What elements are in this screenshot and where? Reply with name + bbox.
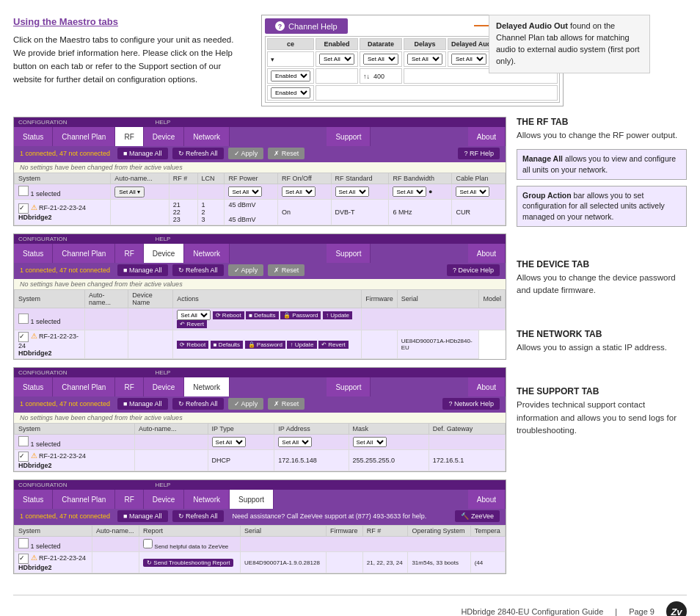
support-help-label: HELP bbox=[156, 482, 171, 488]
sup-dr1-fw bbox=[326, 552, 362, 573]
tab-rf-device[interactable]: RF bbox=[115, 244, 143, 263]
sup-helpful-check[interactable] bbox=[143, 539, 153, 548]
net-dr1-mask: 255.255.255.0 bbox=[349, 450, 429, 471]
channel-help-button[interactable]: ? Channel Help bbox=[265, 18, 348, 34]
rf-dr1-check[interactable]: ✓ bbox=[18, 203, 29, 214]
dev-dr1-revert[interactable]: ↶ Revert bbox=[318, 341, 349, 349]
tab-support-active[interactable]: Support bbox=[230, 490, 274, 509]
tab-status-support[interactable]: Status bbox=[14, 490, 53, 509]
dev-dr1-update[interactable]: ↑ Update bbox=[287, 341, 316, 349]
rf-checkbox[interactable] bbox=[18, 186, 29, 196]
network-refresh-all-btn[interactable]: ↻ Refresh All bbox=[172, 398, 224, 410]
rf-bw-select[interactable]: Set All bbox=[393, 186, 426, 197]
rf-autoname-btn[interactable]: Set All ▾ bbox=[114, 186, 145, 198]
tab-rf-support[interactable]: RF bbox=[115, 490, 143, 509]
tab-about-support[interactable]: About bbox=[468, 490, 506, 509]
dev-th-firmware: Firmware bbox=[362, 290, 398, 308]
device-refresh-all-btn[interactable]: ↻ Refresh All bbox=[172, 264, 224, 276]
rf-cable-select[interactable]: Set All bbox=[456, 186, 489, 197]
tab-about-device[interactable]: About bbox=[468, 244, 506, 263]
col-enabled: Enabled bbox=[316, 38, 358, 50]
tab-support-rf[interactable]: Support bbox=[327, 127, 371, 146]
net-iptype-select[interactable]: Set All bbox=[212, 437, 246, 447]
rf-refresh-all-btn[interactable]: ↻ Refresh All bbox=[172, 148, 224, 159]
sup-dr1-check[interactable]: ✓ bbox=[18, 554, 29, 564]
rf-reset-btn[interactable]: ✗ Reset bbox=[268, 148, 305, 159]
support-refresh-all-btn[interactable]: ↻ Refresh All bbox=[172, 510, 224, 522]
rf-dr1-power: 45 dBmV45 dBmV bbox=[225, 200, 278, 225]
rf-conn-status: 1 connected, 47 not connected bbox=[20, 150, 110, 157]
col-ce: ce bbox=[267, 38, 314, 50]
dev-dr1-check[interactable]: ✓ bbox=[18, 332, 29, 342]
net-mask-select[interactable]: Set All bbox=[353, 437, 387, 447]
device-config-label: CONFIGURATION bbox=[18, 236, 68, 242]
rf-gr-onoff: Set All bbox=[278, 184, 332, 200]
dev-revert-btn[interactable]: ↶ Revert bbox=[177, 320, 207, 328]
dev-actions-select[interactable]: Set All bbox=[177, 310, 211, 320]
dev-dr1-password[interactable]: 🔒 Password bbox=[245, 341, 285, 349]
rf-gr-cable: Set All bbox=[452, 184, 506, 200]
tab-device-support[interactable]: Device bbox=[144, 490, 185, 509]
net-warning-icon: ⚠ bbox=[31, 452, 37, 460]
rf-onoff-select[interactable]: Set All bbox=[282, 186, 316, 197]
tab-rf-net[interactable]: RF bbox=[115, 377, 143, 396]
net-dr1-gw: 172.16.5.1 bbox=[429, 450, 505, 471]
tab-support-device[interactable]: Support bbox=[327, 244, 371, 263]
rf-help-btn[interactable]: ? RF Help bbox=[458, 148, 500, 159]
dev-password-btn[interactable]: 🔒 Password bbox=[280, 311, 321, 319]
net-dr1-ipaddr: 172.16.5.148 bbox=[274, 450, 349, 471]
tab-rf-active[interactable]: RF bbox=[115, 127, 143, 146]
support-assistance-text: Need assistance? Call ZeeVee support at … bbox=[233, 512, 427, 520]
tab-channelplan-device[interactable]: Channel Plan bbox=[53, 244, 115, 263]
rf-power-select[interactable]: Set All bbox=[228, 186, 262, 197]
device-apply-btn[interactable]: ✓ Apply bbox=[228, 264, 264, 276]
network-manage-all-btn[interactable]: ■ Manage All bbox=[117, 398, 167, 410]
device-reset-btn[interactable]: ✗ Reset bbox=[268, 264, 305, 276]
tab-device-active[interactable]: Device bbox=[144, 244, 185, 263]
net-dr1-check[interactable]: ✓ bbox=[18, 452, 29, 462]
tab-channelplan-rf[interactable]: Channel Plan bbox=[53, 127, 115, 146]
network-subheader: 1 connected, 47 not connected ■ Manage A… bbox=[14, 395, 506, 413]
dev-update-btn[interactable]: ↑ Update bbox=[323, 311, 352, 319]
sup-troubleshoot-btn[interactable]: ↻ Send Troubleshooting Report bbox=[143, 559, 233, 567]
tab-network-device[interactable]: Network bbox=[184, 244, 230, 263]
tab-status-device[interactable]: Status bbox=[14, 244, 53, 263]
tab-network-active[interactable]: Network bbox=[184, 377, 230, 396]
tab-channelplan-net[interactable]: Channel Plan bbox=[53, 377, 115, 396]
device-manage-all-btn[interactable]: ■ Manage All bbox=[117, 264, 167, 276]
tab-network-rf[interactable]: Network bbox=[184, 127, 230, 146]
tab-network-support[interactable]: Network bbox=[184, 490, 230, 509]
support-zeevee-btn[interactable]: 🔨 ZeeVee bbox=[455, 510, 500, 522]
cell-enabled2: Enabled bbox=[267, 85, 314, 101]
network-help-btn[interactable]: ? Network Help bbox=[442, 398, 500, 410]
callout-arrow bbox=[474, 25, 489, 26]
net-th-ipaddr: IP Address bbox=[274, 424, 349, 435]
rf-manage-all-btn[interactable]: ■ Manage All bbox=[117, 148, 167, 159]
support-tab-screen: CONFIGURATION HELP Status Channel Plan R… bbox=[13, 479, 506, 574]
tab-about-net[interactable]: About bbox=[468, 377, 506, 396]
tab-device-net[interactable]: Device bbox=[144, 377, 185, 396]
net-checkbox[interactable] bbox=[18, 436, 29, 446]
network-reset-btn[interactable]: ✗ Reset bbox=[268, 398, 305, 410]
sup-checkbox[interactable] bbox=[18, 538, 29, 548]
dev-dr1-reboot[interactable]: ⟳ Reboot bbox=[177, 341, 208, 349]
dev-defaults-btn[interactable]: ■ Defaults bbox=[246, 311, 278, 319]
dev-dr1-defaults[interactable]: ■ Defaults bbox=[211, 341, 243, 349]
network-apply-btn[interactable]: ✓ Apply bbox=[228, 398, 264, 410]
tab-channelplan-support[interactable]: Channel Plan bbox=[53, 490, 115, 509]
device-help-btn[interactable]: ? Device Help bbox=[447, 264, 500, 276]
dev-checkbox[interactable] bbox=[18, 314, 29, 324]
rf-dr1-std: DVB-T bbox=[331, 200, 389, 225]
rf-apply-btn[interactable]: ✓ Apply bbox=[228, 148, 264, 159]
tab-support-net[interactable]: Support bbox=[327, 377, 371, 396]
rf-std-select[interactable]: Set All bbox=[335, 186, 369, 197]
tab-device-rf[interactable]: Device bbox=[144, 127, 185, 146]
group-action-bold: Group Action bbox=[522, 191, 572, 200]
tab-status-net[interactable]: Status bbox=[14, 377, 53, 396]
net-th-mask: Mask bbox=[349, 424, 429, 435]
tab-about-rf[interactable]: About bbox=[468, 127, 506, 146]
support-manage-all-btn[interactable]: ■ Manage All bbox=[117, 510, 167, 522]
net-ipaddr-select[interactable]: Set All bbox=[278, 437, 312, 447]
dev-reboot-btn[interactable]: ⟳ Reboot bbox=[213, 311, 244, 319]
tab-status-rf[interactable]: Status bbox=[14, 127, 53, 146]
